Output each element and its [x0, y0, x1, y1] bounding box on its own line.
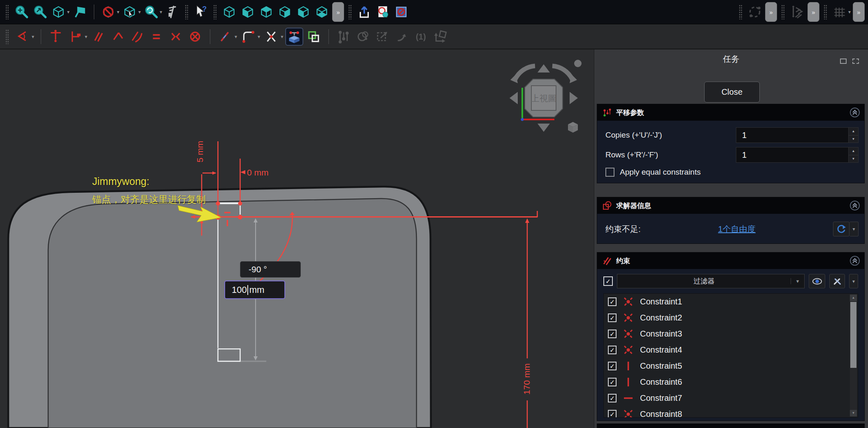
grid-icon-dropdown[interactable]: ▾ [848, 9, 851, 15]
constrain-distance-x-icon[interactable] [48, 28, 64, 45]
constraint-checkbox[interactable]: ✓ [608, 378, 617, 386]
mini-cube-icon[interactable] [568, 122, 578, 133]
move-geometry-icon[interactable] [432, 28, 449, 45]
constraint-checkbox[interactable]: ✓ [608, 410, 617, 418]
collapse-chevron-icon[interactable] [849, 200, 860, 211]
carbon-copy-icon[interactable] [305, 28, 322, 45]
dock-panel-icon[interactable] [852, 58, 859, 64]
toolbar-drag-handle[interactable] [5, 29, 9, 44]
bspline-tools-icon[interactable] [747, 4, 763, 20]
fillet-tool-icon-dropdown[interactable]: ▾ [258, 34, 260, 40]
align-view-icon[interactable] [72, 4, 88, 20]
box-selection-icon[interactable] [121, 4, 138, 20]
auto-update-dropdown[interactable]: ▾ [849, 222, 859, 236]
select-elements-icon[interactable] [374, 28, 391, 45]
leave-sketch-icon[interactable] [356, 4, 372, 20]
toolbar-overflow-button[interactable]: » [765, 2, 777, 22]
toolbar-drag-handle[interactable] [348, 5, 352, 19]
constrain-block-icon[interactable] [187, 28, 203, 45]
copies-down-icon[interactable]: ▼ [849, 136, 858, 143]
constraint-checkbox[interactable]: ✓ [608, 330, 617, 338]
dof-link[interactable]: 1个自由度 [641, 224, 833, 235]
zoom-fit-icon[interactable] [13, 4, 30, 20]
constrain-perpendicular-icon[interactable] [109, 28, 126, 45]
tilt-up-arrow[interactable] [538, 64, 550, 73]
constraint-checkbox[interactable]: ✓ [608, 394, 617, 402]
dimension-tool-icon-dropdown[interactable]: ▾ [32, 34, 34, 40]
constrain-distance-y-icon-dropdown[interactable]: ▾ [85, 34, 87, 40]
constraint-row[interactable]: ✓Constraint7 [604, 390, 858, 406]
filter-dropdown[interactable]: 过滤器 ▾ [617, 274, 805, 288]
constrain-symmetric-icon[interactable] [168, 28, 184, 45]
collapse-chevron-icon[interactable] [849, 255, 860, 266]
constrain-distance-icon[interactable] [217, 28, 233, 45]
rotate-ccw-side-arrow[interactable] [510, 92, 518, 104]
virtual-space-icon[interactable]: (1) [413, 28, 429, 45]
whats-this-icon[interactable]: ? [193, 4, 209, 20]
symmetry-tool-icon[interactable] [393, 28, 410, 45]
view-sketch-icon[interactable] [375, 4, 391, 20]
fillet-tool-icon[interactable] [240, 28, 256, 45]
toolbar-drag-handle[interactable] [213, 5, 217, 19]
toolbar-drag-handle[interactable] [824, 5, 827, 19]
rows-down-icon[interactable]: ▼ [849, 155, 858, 163]
view-bottom-icon[interactable] [314, 4, 330, 20]
constraint-row[interactable]: ✓Constraint8 [604, 406, 858, 418]
filter-enable-checkbox[interactable]: ✓ [603, 276, 613, 286]
close-button[interactable]: Close [704, 82, 760, 103]
rows-up-icon[interactable]: ▲ [849, 147, 858, 155]
copies-up-icon[interactable]: ▲ [849, 128, 858, 136]
view-isometric-icon[interactable] [221, 4, 237, 20]
clipping-plane-icon[interactable] [100, 4, 116, 20]
auto-update-button[interactable] [833, 222, 849, 236]
toolbar-drag-handle[interactable] [5, 5, 9, 19]
box-selection-icon-dropdown[interactable]: ▾ [138, 9, 141, 15]
grid-icon[interactable] [831, 4, 848, 20]
constraint-checkbox[interactable]: ✓ [608, 362, 617, 370]
toolbar-drag-handle[interactable] [739, 5, 742, 19]
view-rear-icon[interactable] [295, 4, 312, 20]
copies-stepper[interactable]: 1 ▲▼ [736, 127, 859, 143]
scrollbar[interactable]: ▲ ▼ [850, 295, 857, 416]
trim-tool-icon[interactable] [263, 28, 279, 45]
constraint-checkbox[interactable]: ✓ [608, 346, 617, 354]
view-right-icon[interactable] [277, 4, 293, 20]
toggle-driving-constraint-icon[interactable] [335, 28, 352, 45]
toolbar-overflow-button[interactable]: » [853, 2, 865, 22]
measure-icon[interactable] [164, 4, 181, 20]
bspline-info-icon[interactable] [355, 28, 371, 45]
constrain-distance-y-icon[interactable] [67, 28, 84, 45]
navigation-cube[interactable]: 上視圖 [503, 54, 585, 141]
view-top-icon[interactable] [258, 4, 275, 20]
navcube-menu-dot[interactable] [574, 60, 582, 67]
toolbar-drag-handle[interactable] [185, 5, 188, 19]
length-input-field[interactable]: 100mm [224, 281, 285, 299]
axonometric-view-icon-dropdown[interactable]: ▾ [67, 9, 70, 15]
constrain-equal-icon[interactable] [148, 28, 165, 45]
constraint-checkbox[interactable]: ✓ [608, 313, 617, 322]
scroll-down-icon[interactable]: ▼ [850, 410, 857, 416]
toolbar-drag-handle[interactable] [781, 5, 785, 19]
constraint-row[interactable]: ✓Constraint3 [604, 326, 858, 342]
filter-dropdown-arrow-icon[interactable]: ▾ [791, 278, 804, 284]
constraint-row[interactable]: ✓Constraint4 [604, 342, 858, 358]
dimension-tool-icon[interactable] [14, 28, 30, 45]
toolbar-overflow-button[interactable]: » [807, 2, 819, 22]
rows-stepper[interactable]: 1 ▲▼ [736, 147, 859, 163]
constrain-parallel-icon[interactable] [90, 28, 107, 45]
scroll-up-icon[interactable]: ▲ [850, 295, 857, 301]
translate-tool-icon[interactable] [286, 28, 303, 45]
constrain-distance-icon-dropdown[interactable]: ▾ [235, 34, 237, 40]
axonometric-view-icon[interactable] [50, 4, 67, 20]
constraint-row[interactable]: ✓Constraint6 [604, 374, 858, 390]
zoom-rotate-icon-dropdown[interactable]: ▾ [160, 9, 162, 15]
settings-button[interactable] [829, 274, 845, 288]
zoom-rotate-icon[interactable] [143, 4, 159, 20]
view-front-icon[interactable] [240, 4, 256, 20]
apply-equal-checkbox[interactable] [605, 168, 614, 177]
constraint-list[interactable]: ✓Constraint1✓Constraint2✓Constraint3✓Con… [603, 293, 858, 418]
settings-dropdown[interactable]: ▾ [849, 274, 858, 288]
scrollbar-thumb[interactable] [850, 302, 856, 368]
constrain-tangent-icon[interactable] [129, 28, 145, 45]
float-panel-icon[interactable] [840, 58, 847, 64]
